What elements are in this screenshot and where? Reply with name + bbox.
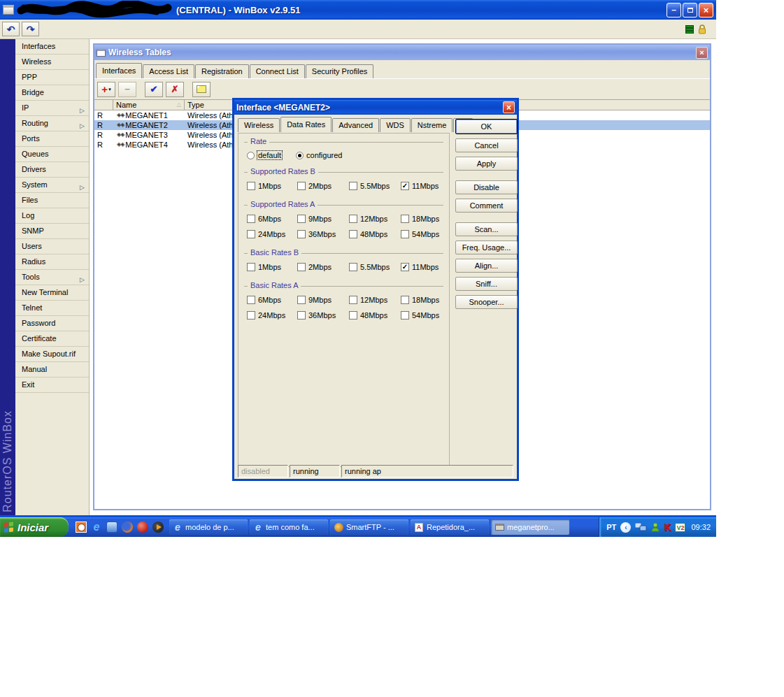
tab-interfaces[interactable]: Interfaces (96, 63, 142, 78)
checkbox-icon[interactable] (349, 263, 357, 271)
checkbox-icon[interactable] (297, 263, 306, 271)
quicklaunch-clock-icon[interactable] (76, 522, 87, 533)
checkbox-icon[interactable] (297, 182, 306, 190)
quicklaunch-firefox-icon[interactable] (122, 522, 133, 533)
sidebar-item-make-supout[interactable]: Make Supout.rif (15, 347, 89, 362)
checkbox-supported-a-12mbps[interactable]: 12Mbps (349, 213, 401, 225)
checkbox-icon[interactable] (349, 230, 357, 238)
checkbox-supported-a-36mbps[interactable]: 36Mbps (297, 228, 349, 240)
sidebar-item-manual[interactable]: Manual (15, 362, 89, 378)
checkbox-basic-a-54mbps[interactable]: 54Mbps (401, 309, 447, 322)
checkbox-basic-a-18mbps[interactable]: 18Mbps (401, 294, 447, 306)
checkbox-supported-b-11mbps[interactable]: 11Mbps (401, 180, 447, 192)
language-indicator[interactable]: PT (606, 523, 616, 531)
quicklaunch-app-icon[interactable] (106, 522, 117, 533)
checkbox-icon[interactable] (401, 182, 409, 190)
comment-button-dialog[interactable]: Comment (455, 199, 518, 213)
tab-access-list[interactable]: Access List (143, 64, 194, 78)
checkbox-icon[interactable] (247, 263, 255, 271)
tab-wireless[interactable]: Wireless (238, 118, 280, 132)
kaspersky-icon[interactable]: K (664, 522, 671, 533)
sidebar-item-new-terminal[interactable]: New Terminal (15, 285, 89, 301)
tab-wds[interactable]: WDS (380, 118, 411, 132)
checkbox-icon[interactable] (297, 230, 306, 238)
tray-collapse-chevron-icon[interactable]: ‹ (620, 522, 631, 533)
restore-button[interactable] (683, 3, 697, 17)
sidebar-item-exit[interactable]: Exit (15, 378, 89, 393)
rate-configured-radio[interactable]: configured (296, 151, 342, 159)
tab-registration[interactable]: Registration (195, 64, 249, 78)
sidebar-item-log[interactable]: Log (15, 208, 89, 224)
sidebar-item-snmp[interactable]: SNMP (15, 224, 89, 239)
sidebar-item-files[interactable]: Files (15, 193, 89, 208)
checkbox-basic-a-6mbps[interactable]: 6Mbps (247, 294, 297, 306)
column-name[interactable]: Name△ (113, 100, 185, 110)
checkbox-icon[interactable] (401, 230, 409, 238)
sidebar-item-ppp[interactable]: PPP (15, 70, 89, 85)
checkbox-icon[interactable] (401, 215, 409, 223)
sidebar-item-users[interactable]: Users (15, 239, 89, 254)
messenger-buddy-icon[interactable] (651, 522, 660, 532)
sidebar-item-system[interactable]: System▷ (15, 178, 89, 193)
wireless-tables-close-button[interactable]: × (696, 47, 708, 59)
sidebar-item-tools[interactable]: Tools▷ (15, 270, 89, 285)
column-flag[interactable] (94, 100, 113, 110)
tab-connect-list[interactable]: Connect List (250, 64, 305, 78)
tab-security-profiles[interactable]: Security Profiles (306, 64, 373, 78)
ok-button[interactable]: OK (455, 119, 518, 134)
taskbar-button-smartftp[interactable]: SmartFTP - ... (330, 519, 408, 535)
quicklaunch-ie-icon[interactable]: e (91, 522, 102, 533)
checkbox-icon[interactable] (247, 182, 255, 190)
main-titlebar[interactable]: (CENTRAL) - WinBox v2.9.51 – × (0, 0, 716, 20)
tab-advanced[interactable]: Advanced (332, 118, 379, 132)
quicklaunch-red-app-icon[interactable] (137, 522, 148, 533)
remove-button[interactable]: − (118, 82, 136, 97)
sniff-button[interactable]: Sniff... (455, 277, 518, 291)
checkbox-supported-b-5.5mbps[interactable]: 5.5Mbps (349, 180, 401, 192)
tab-nstreme[interactable]: Nstreme (411, 118, 453, 132)
checkbox-basic-a-48mbps[interactable]: 48Mbps (349, 309, 401, 322)
align-button[interactable]: Align... (455, 259, 518, 273)
sidebar-item-ports[interactable]: Ports (15, 131, 89, 147)
snooper-button[interactable]: Snooper... (455, 295, 518, 309)
checkbox-basic-b-2mbps[interactable]: 2Mbps (297, 261, 349, 273)
scan-button[interactable]: Scan... (455, 222, 518, 236)
sidebar-item-bridge[interactable]: Bridge (15, 85, 89, 101)
network-tray-icon[interactable] (635, 522, 647, 532)
cancel-button[interactable]: Cancel (455, 138, 518, 152)
sidebar-item-telnet[interactable]: Telnet (15, 301, 89, 316)
start-button[interactable]: Iniciar (0, 517, 69, 537)
checkbox-supported-a-9mbps[interactable]: 9Mbps (297, 213, 349, 225)
checkbox-basic-b-5.5mbps[interactable]: 5.5Mbps (349, 261, 401, 273)
disable-button-dialog[interactable]: Disable (455, 180, 518, 194)
sidebar-item-ip[interactable]: IP▷ (15, 101, 89, 116)
checkbox-icon[interactable] (349, 215, 357, 223)
wireless-tables-titlebar[interactable]: Wireless Tables × (94, 45, 710, 60)
checkbox-icon[interactable] (247, 230, 255, 238)
checkbox-supported-a-54mbps[interactable]: 54Mbps (401, 228, 447, 240)
enable-button[interactable]: ✔ (145, 82, 163, 97)
taskbar-button-tem-como[interactable]: etem como fa... (250, 519, 328, 535)
checkbox-basic-a-24mbps[interactable]: 24Mbps (247, 309, 297, 322)
checkbox-icon[interactable] (401, 296, 409, 304)
add-button[interactable]: +▾ (97, 82, 115, 97)
taskbar-button-meganetpro[interactable]: meganetpro... (491, 519, 569, 535)
checkbox-icon[interactable] (349, 296, 357, 304)
sidebar-item-queues[interactable]: Queues (15, 147, 89, 162)
quicklaunch-media-player-icon[interactable] (152, 522, 164, 533)
undo-button[interactable]: ↶ (2, 22, 20, 36)
checkbox-supported-a-48mbps[interactable]: 48Mbps (349, 228, 401, 240)
dialog-titlebar[interactable]: Interface <MEGANET2> × (234, 100, 517, 115)
clock[interactable]: 09:32 (691, 523, 711, 531)
checkbox-icon[interactable] (297, 296, 306, 304)
close-button[interactable]: × (699, 3, 713, 17)
redo-button[interactable]: ↷ (22, 22, 39, 36)
tab-data-rates[interactable]: Data Rates (280, 117, 332, 132)
checkbox-supported-b-2mbps[interactable]: 2Mbps (297, 180, 349, 192)
checkbox-icon[interactable] (349, 182, 357, 190)
checkbox-basic-a-9mbps[interactable]: 9Mbps (297, 294, 349, 306)
checkbox-supported-a-6mbps[interactable]: 6Mbps (247, 213, 297, 225)
checkbox-icon[interactable] (297, 215, 306, 223)
sidebar-item-password[interactable]: Password (15, 316, 89, 331)
disable-button[interactable]: ✗ (166, 82, 184, 97)
